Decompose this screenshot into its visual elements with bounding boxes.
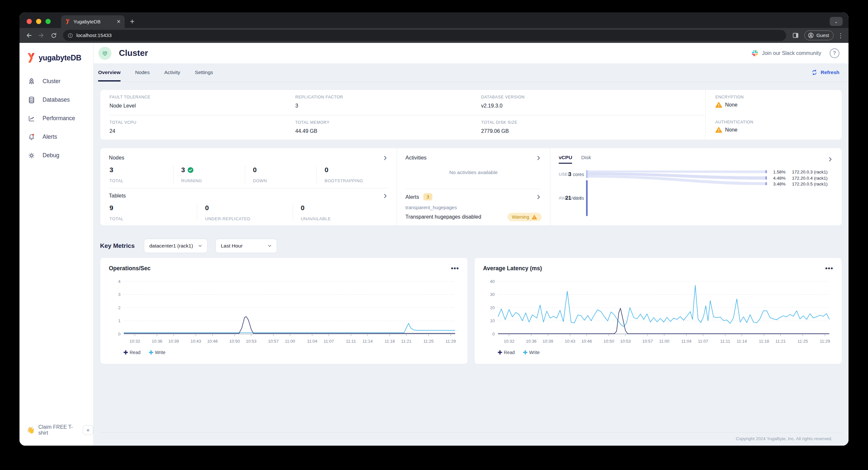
sidebar-item-databases[interactable]: Databases xyxy=(20,91,93,109)
yugabytedb-favicon xyxy=(65,19,70,24)
back-button[interactable] xyxy=(23,30,34,41)
side-panel-button[interactable] xyxy=(790,30,801,41)
chart-menu-icon[interactable]: ••• xyxy=(825,264,833,272)
chart-title: Average Latency (ms) xyxy=(483,265,542,272)
stat-down: 0 DOWN xyxy=(245,166,317,183)
svg-text:11:14: 11:14 xyxy=(363,339,373,344)
stat-total: 9 TOTAL xyxy=(109,203,197,221)
field-value: v2.19.3.0 xyxy=(481,103,705,109)
sidebar-item-alerts[interactable]: Alerts xyxy=(20,128,93,146)
chevron-right-icon[interactable] xyxy=(536,155,541,161)
chevron-right-icon[interactable] xyxy=(382,155,388,161)
site-info-icon[interactable] xyxy=(68,33,73,38)
field-value: Node Level xyxy=(110,103,295,109)
address-bar[interactable]: localhost:15433 xyxy=(63,30,786,41)
svg-text:2: 2 xyxy=(118,305,121,310)
main-area: Cluster Join our Slack community ? xyxy=(94,43,848,446)
minimize-window-button[interactable] xyxy=(36,19,41,24)
field-label: TOTAL VCPU xyxy=(110,120,295,125)
region-select[interactable]: datacenter1 (rack1) xyxy=(144,239,208,253)
vcpu-sankey-chart: USED 3cores AVAILABLE 21cores 1.58% 172.… xyxy=(559,166,839,220)
bell-icon xyxy=(28,133,35,141)
tab-disk[interactable]: Disk xyxy=(581,155,591,164)
claim-tshirt[interactable]: 👋 Claim FREE T-shirt « xyxy=(27,424,93,436)
tab-close-icon[interactable]: ✕ xyxy=(117,19,121,25)
refresh-label: Refresh xyxy=(820,69,839,75)
browser-toolbar: localhost:15433 Guest ⋮ xyxy=(20,28,848,43)
close-window-button[interactable] xyxy=(27,19,32,24)
svg-text:11:07: 11:07 xyxy=(323,339,334,344)
tab-overview[interactable]: Overview xyxy=(98,63,121,82)
cluster-health-avatar xyxy=(98,47,112,60)
browser-tab[interactable]: YugabyteDB ✕ xyxy=(61,15,125,28)
tablets-stats: 9 TOTAL 0 UNDER-REPLICATED 0 UNAVAILABLE xyxy=(109,203,388,221)
key-metrics-title: Key Metrics xyxy=(100,242,135,249)
svg-text:10:53: 10:53 xyxy=(246,339,257,344)
field-label: TOTAL DISK SIZE xyxy=(481,120,705,125)
field-value: 2779.06 GB xyxy=(481,128,705,134)
svg-text:10:36: 10:36 xyxy=(526,339,537,344)
reload-button[interactable] xyxy=(48,30,59,41)
total-vcpu-field: TOTAL VCPU 24 xyxy=(110,120,295,140)
profile-button[interactable]: Guest xyxy=(804,31,834,40)
svg-text:10:43: 10:43 xyxy=(565,339,575,344)
profile-label: Guest xyxy=(816,33,829,38)
field-label: FAULT TOLERANCE xyxy=(110,95,295,99)
tab-nodes[interactable]: Nodes xyxy=(135,63,150,82)
performance-icon xyxy=(28,115,35,122)
chart-menu-icon[interactable]: ••• xyxy=(451,264,459,272)
svg-text:1: 1 xyxy=(118,318,121,323)
yugabytedb-logo[interactable]: yugabyteDB xyxy=(20,43,93,63)
check-circle-icon xyxy=(187,167,194,173)
nodes-tablets-section: Nodes 3 TOTAL 3 xyxy=(100,148,397,225)
tab-activity[interactable]: Activity xyxy=(164,63,180,82)
window-controls[interactable] xyxy=(27,19,51,24)
charts-row: Operations/Sec ••• 0123410:3210:3610:391… xyxy=(100,258,842,364)
refresh-icon xyxy=(811,69,818,76)
sidebar-item-debug[interactable]: Debug xyxy=(20,146,93,165)
refresh-button[interactable]: Refresh xyxy=(811,69,839,76)
no-activities-text: No activities available xyxy=(405,169,541,184)
alert-name[interactable]: transparent_hugepages xyxy=(405,205,541,210)
header-actions: Join our Slack community ? xyxy=(751,49,839,58)
tab-search-chevron-icon[interactable]: ⌄ xyxy=(830,17,843,26)
slack-community-link[interactable]: Join our Slack community xyxy=(751,50,821,57)
zoom-window-button[interactable] xyxy=(45,19,51,24)
svg-text:10:53: 10:53 xyxy=(620,339,631,344)
chevron-down-icon xyxy=(197,243,203,249)
sidebar-collapse-button[interactable]: « xyxy=(83,425,93,435)
tab-vcpu[interactable]: vCPU xyxy=(559,155,572,164)
heart-check-icon xyxy=(101,50,108,57)
sidebar-item-label: Alerts xyxy=(42,133,57,140)
field-value: 3 xyxy=(295,103,481,109)
svg-text:20: 20 xyxy=(490,305,495,310)
tab-settings[interactable]: Settings xyxy=(195,63,213,82)
help-button[interactable]: ? xyxy=(830,49,839,58)
activities-alerts-section: Activities No activities available Alert… xyxy=(397,148,550,225)
field-value: None xyxy=(725,127,737,133)
svg-text:10:50: 10:50 xyxy=(603,339,614,344)
chevron-right-icon[interactable] xyxy=(382,193,388,199)
time-range-select[interactable]: Last Hour xyxy=(215,239,277,253)
forward-button[interactable] xyxy=(36,30,47,41)
node-usage-ip: 172.20.0.3 (rack1) xyxy=(792,169,828,175)
chevron-right-icon[interactable] xyxy=(827,156,833,162)
cluster-info-left: FAULT TOLERANCE Node Level REPLICATION F… xyxy=(100,90,705,140)
svg-text:Write: Write xyxy=(529,350,540,355)
key-metrics-row: Key Metrics datacenter1 (rack1) Last Hou… xyxy=(100,239,842,253)
field-label: ENCRYPTION xyxy=(715,95,842,99)
chevron-right-icon[interactable] xyxy=(536,194,541,200)
svg-text:Write: Write xyxy=(155,350,166,355)
field-label: REPLICATION FACTOR xyxy=(295,95,481,99)
field-value: 24 xyxy=(110,128,295,134)
warning-badge: Warning xyxy=(507,213,541,221)
svg-text:11:29: 11:29 xyxy=(820,339,830,344)
sidebar-item-cluster[interactable]: Cluster xyxy=(20,72,93,91)
svg-text:0: 0 xyxy=(493,332,495,337)
new-tab-button[interactable]: + xyxy=(130,18,134,25)
node-usage-pct: 4.48% xyxy=(773,176,785,181)
sidebar-item-performance[interactable]: Performance xyxy=(20,109,93,128)
svg-text:10:36: 10:36 xyxy=(152,339,162,344)
vcpu-disk-section: vCPU Disk xyxy=(550,148,842,225)
browser-menu-icon[interactable]: ⋮ xyxy=(837,32,845,39)
